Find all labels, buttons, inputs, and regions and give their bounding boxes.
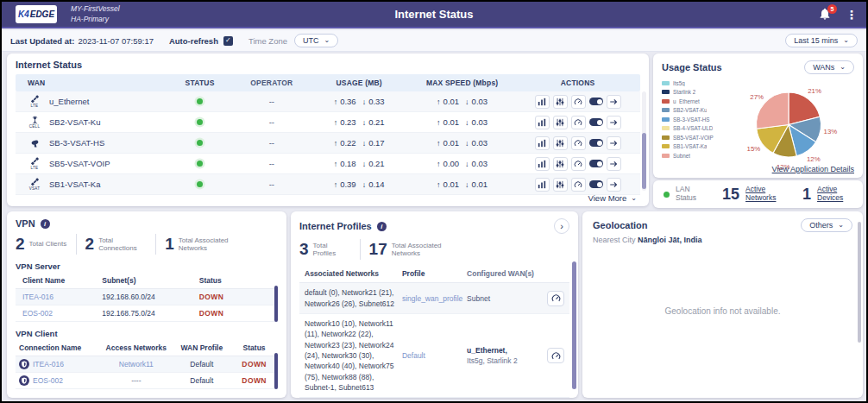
speed-test-button[interactable] [571,116,586,129]
vpn-connection-link[interactable]: ITEA-016 [33,360,64,368]
wan-stats-button[interactable] [535,178,550,192]
pie-label: 27% [750,93,764,101]
info-icon[interactable]: i [41,219,50,229]
usage-filter-select[interactable]: WANs ⌄ [804,60,854,74]
legend-item[interactable]: SB2-VSAT-Ku [662,106,723,116]
wan-toggle[interactable] [589,180,603,188]
legend-item[interactable]: Starlink 2 [662,88,723,98]
speed-test-button[interactable] [547,348,564,363]
table-row[interactable]: SB-3-VSAT-HS -- ↑0.22↓0.17 ↑0.01↓0.03 [16,133,640,154]
legend-item[interactable]: SB-4-VSAT-ULD [662,124,723,134]
geolocation-filter-value: Others [809,221,833,230]
wan-settings-button[interactable] [553,136,568,150]
speed-test-button[interactable] [571,178,586,192]
vpn-client-link[interactable]: ITEA-016 [22,293,53,301]
usage-status-card: Usage Status WANs ⌄ Its5g Starlink 2 u_E… [653,54,863,178]
last-updated-value: 2023-11-07 07:59:17 [78,36,154,46]
table-row[interactable]: EOS-002 ---- Default DOWN [16,373,278,389]
legend-swatch [662,154,670,158]
panel-scrollbar[interactable] [858,222,861,343]
k4edge-logo[interactable]: K4 EDGE [16,5,57,23]
up-arrow-icon: ↑ [334,180,338,189]
speed-test-button[interactable] [571,157,586,171]
wan-details-button[interactable] [607,95,621,109]
col-usage: USAGE (MB) [309,79,409,87]
pie-legend: Its5g Starlink 2 u_Ethernet SB2-VSAT-Ku … [662,79,723,171]
view-application-details-link[interactable]: View Application Details [772,165,854,173]
usage-filter-value: WANs [813,63,834,72]
table-scrollbar[interactable] [572,261,576,389]
vpn-client-link[interactable]: EOS-002 [22,309,53,318]
time-range-select[interactable]: Last 15 mins ⌄ [785,34,858,47]
scrollbar-thumb[interactable] [642,133,646,188]
wan-settings-button[interactable] [553,157,568,171]
wan-stats-button[interactable] [535,116,550,129]
wan-stats-button[interactable] [535,157,550,171]
table-scrollbar[interactable] [642,91,646,191]
wan-details-button[interactable] [607,116,621,129]
usage-value: ↑0.36↓0.33 [309,97,409,106]
speed-test-button[interactable] [547,291,564,306]
speed-test-button[interactable] [571,136,586,150]
table-scrollbar[interactable] [274,286,278,322]
access-network-link[interactable]: Network11 [119,360,154,368]
table-row[interactable]: ITEA-016 Network11 Default DOWN [16,356,278,373]
legend-item[interactable]: SB1-VSAT-Ka [662,142,723,152]
geolocation-filter-select[interactable]: Others ⌄ [801,218,852,232]
wan-toggle[interactable] [589,118,603,126]
wan-settings-button[interactable] [553,178,568,192]
legend-item[interactable]: Its5g [662,79,723,88]
wan-toggle[interactable] [589,160,603,167]
table-row[interactable]: LTE u_Ethernet -- ↑0.36↓0.33 ↑0.01↓0.03 [16,91,640,112]
internet-status-title: Internet Status [16,60,640,70]
status-indicator [197,98,203,104]
notifications-button[interactable]: 5 [818,7,833,22]
wan-settings-button[interactable] [553,116,568,129]
table-row[interactable]: VSAT SB1-VSAT-Ka -- ↑0.39↓0.14 ↑0.01↓0.0… [16,174,640,195]
toggle-knob [597,182,602,187]
speed-test-button[interactable] [571,95,586,109]
expand-panel-button[interactable]: › [554,218,569,234]
wan-profile-value: Default [173,376,230,385]
active-networks-count: 15 [722,186,739,204]
wan-settings-button[interactable] [553,95,568,109]
vpn-stat-clients: 2 Total Clients [16,235,67,254]
table-scrollbar[interactable] [274,353,278,389]
wan-toggle[interactable] [589,139,603,147]
chevron-down-icon: ⌄ [631,197,637,200]
info-icon[interactable]: i [377,222,387,231]
satellite-icon: VSAT [28,178,41,191]
wan-details-button[interactable] [607,136,621,150]
table-row[interactable]: EOS-002 192.168.75.0/24 DOWN [16,305,278,322]
active-devices-count: 1 [802,186,811,204]
time-zone-select[interactable]: UTC ⌄ [294,34,338,47]
wan-toggle[interactable] [589,98,603,105]
lan-status-label: LAN Status [676,186,701,203]
profile-link[interactable]: Default [402,351,425,360]
wan-details-button[interactable] [607,157,621,171]
auto-refresh-checkbox[interactable] [223,36,233,46]
active-devices-link[interactable]: Active Devices [817,186,853,203]
legend-item[interactable]: SB-3-VSAT-HS [662,115,723,124]
table-row[interactable]: Network10 (10), Network11 (11), Network2… [299,314,569,398]
wan-details-button[interactable] [607,178,621,192]
operator-value: -- [234,159,309,168]
down-arrow-icon: ↓ [465,180,469,189]
vpn-connection-link[interactable]: EOS-002 [33,376,63,385]
legend-item[interactable]: Subnet [662,151,723,161]
table-row[interactable]: CELL SB2-VSAT-Ku -- ↑0.23↓0.21 ↑0.01↓0.0… [16,112,640,133]
table-row[interactable]: LTE SB5-VSAT-VOIP -- ↑0.18↓0.21 ↑0.00↓0.… [16,154,640,174]
associated-networks-value: default (0), Network21 (21), Network26 (… [299,287,402,309]
kebab-menu-icon[interactable]: ⋮ [846,9,858,21]
wan-stats-button[interactable] [535,136,550,150]
profile-link[interactable]: single_wan_profile [402,294,462,303]
table-row[interactable]: ITEA-016 192.168.60.0/24 DOWN [16,289,278,305]
view-more-link[interactable]: View More ⌄ [588,193,637,203]
wan-stats-button[interactable] [535,95,550,109]
legend-item[interactable]: SB5-VSAT-VOIP [662,133,723,142]
table-row[interactable]: default (0), Network21 (21), Network26 (… [299,283,569,314]
legend-item[interactable]: u_Ethernet [662,97,723,106]
usage-pie-chart[interactable]: 21%13%12%12%15%27% [723,79,854,171]
shield-icon [19,359,29,369]
active-networks-link[interactable]: Active Networks [745,186,782,203]
